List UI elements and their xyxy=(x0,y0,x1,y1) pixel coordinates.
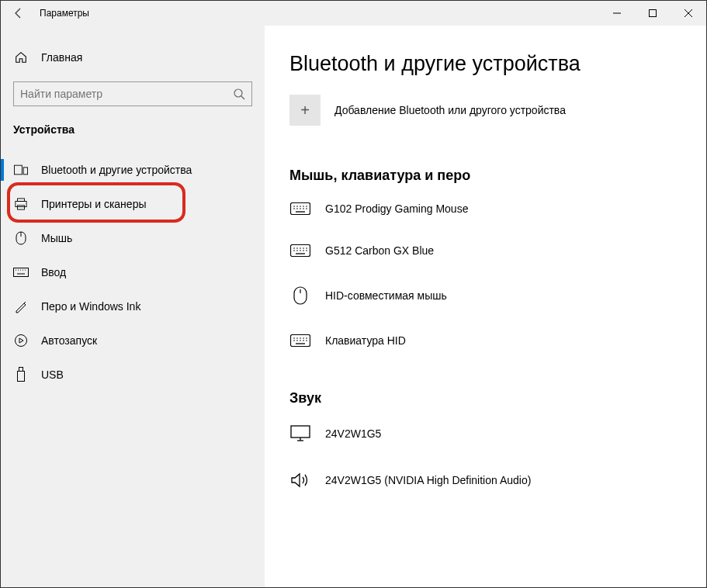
sidebar-item-label: Bluetooth и другие устройства xyxy=(41,164,192,176)
svg-point-42 xyxy=(293,250,295,251)
device-label: 24V2W1G5 xyxy=(325,427,381,440)
svg-rect-62 xyxy=(291,426,310,438)
sidebar-item-bluetooth[interactable]: Bluetooth и другие устройства xyxy=(1,153,265,187)
svg-rect-1 xyxy=(650,10,657,17)
window-title: Параметры xyxy=(40,8,89,19)
svg-point-26 xyxy=(296,206,298,207)
svg-rect-22 xyxy=(19,368,23,372)
sidebar-item-usb[interactable]: USB xyxy=(1,358,265,392)
svg-point-45 xyxy=(303,250,304,251)
section-heading: Звук xyxy=(289,390,675,406)
svg-point-44 xyxy=(300,250,301,251)
device-item[interactable]: Клавиатура HID xyxy=(289,327,675,368)
speaker-icon xyxy=(289,472,311,489)
svg-rect-10 xyxy=(18,206,25,209)
devices-icon xyxy=(13,164,29,175)
keyboard-icon xyxy=(289,244,311,257)
main-content: Bluetooth и другие устройства + Добавлен… xyxy=(265,26,706,587)
sidebar-item-label: USB xyxy=(41,368,64,381)
back-button[interactable] xyxy=(1,1,36,26)
svg-point-25 xyxy=(293,206,295,207)
mouse-icon xyxy=(13,231,29,245)
svg-point-41 xyxy=(306,247,307,249)
svg-rect-9 xyxy=(16,201,26,206)
svg-point-57 xyxy=(296,340,298,341)
device-label: 24V2W1G5 (NVIDIA High Definition Audio) xyxy=(325,474,531,486)
home-label: Главная xyxy=(41,51,82,64)
search-icon xyxy=(233,88,245,100)
svg-point-34 xyxy=(306,208,307,209)
svg-point-60 xyxy=(306,340,307,341)
autoplay-icon xyxy=(13,334,29,348)
svg-point-46 xyxy=(306,250,307,251)
sidebar-item-label: Ввод xyxy=(41,266,66,278)
device-label: G102 Prodigy Gaming Mouse xyxy=(325,202,468,215)
sidebar-item-label: Перо и Windows Ink xyxy=(41,300,140,313)
svg-point-31 xyxy=(296,208,298,209)
svg-point-30 xyxy=(293,208,295,209)
svg-rect-13 xyxy=(14,268,29,277)
minimize-button[interactable] xyxy=(599,1,635,26)
sidebar-item-label: Мышь xyxy=(41,232,72,244)
category-heading: Устройства xyxy=(1,120,265,153)
maximize-button[interactable] xyxy=(635,1,671,26)
mouse-icon xyxy=(289,286,311,305)
svg-point-33 xyxy=(303,208,304,209)
plus-icon: + xyxy=(289,95,321,126)
device-item[interactable]: 24V2W1G5 xyxy=(289,417,675,464)
device-label: Клавиатура HID xyxy=(325,334,406,347)
sidebar: Главная Устройства Bluetooth и другие ус… xyxy=(1,26,265,587)
close-button[interactable] xyxy=(671,1,706,26)
keyboard-icon xyxy=(289,202,311,215)
sidebar-item-label: Принтеры и сканеры xyxy=(41,198,146,210)
svg-point-56 xyxy=(293,340,295,341)
device-item[interactable]: 24V2W1G5 (NVIDIA High Definition Audio) xyxy=(289,464,675,510)
pen-icon xyxy=(13,299,29,313)
svg-point-38 xyxy=(296,247,298,249)
keyboard-icon xyxy=(13,268,29,277)
svg-point-39 xyxy=(300,247,301,249)
sidebar-item-printers[interactable]: Принтеры и сканеры xyxy=(1,187,265,221)
svg-line-20 xyxy=(24,302,26,303)
add-device-button[interactable]: + Добавление Bluetooth или другого устро… xyxy=(289,95,675,126)
svg-point-28 xyxy=(303,206,304,207)
search-input[interactable] xyxy=(20,88,233,100)
svg-point-55 xyxy=(306,337,307,339)
search-box[interactable] xyxy=(13,81,252,106)
svg-point-53 xyxy=(300,337,301,339)
printer-icon xyxy=(13,198,29,210)
sidebar-item-mouse[interactable]: Мышь xyxy=(1,221,265,255)
titlebar: Параметры xyxy=(1,1,706,26)
sidebar-item-pen[interactable]: Перо и Windows Ink xyxy=(1,289,265,323)
svg-rect-7 xyxy=(23,168,27,175)
svg-point-54 xyxy=(303,337,304,339)
svg-point-59 xyxy=(303,340,304,341)
svg-point-40 xyxy=(303,247,304,249)
sidebar-item-input[interactable]: Ввод xyxy=(1,255,265,289)
sidebar-item-autoplay[interactable]: Автозапуск xyxy=(1,323,265,358)
device-item[interactable]: G512 Carbon GX Blue xyxy=(289,237,675,278)
add-device-label: Добавление Bluetooth или другого устройс… xyxy=(334,104,566,116)
device-label: G512 Carbon GX Blue xyxy=(325,244,434,257)
device-item[interactable]: G102 Prodigy Gaming Mouse xyxy=(289,195,675,237)
svg-point-52 xyxy=(296,337,298,339)
svg-point-4 xyxy=(234,89,242,97)
home-link[interactable]: Главная xyxy=(1,44,265,71)
svg-point-43 xyxy=(296,250,298,251)
home-icon xyxy=(13,50,29,64)
svg-point-27 xyxy=(300,206,301,207)
sidebar-item-label: Автозапуск xyxy=(41,334,97,347)
device-label: HID-совместимая мышь xyxy=(325,289,447,302)
svg-rect-6 xyxy=(14,165,22,175)
keyboard-icon xyxy=(289,334,311,347)
svg-point-51 xyxy=(293,337,295,339)
page-title: Bluetooth и другие устройства xyxy=(289,52,675,76)
svg-point-58 xyxy=(300,340,301,341)
svg-point-32 xyxy=(300,208,301,209)
device-item[interactable]: HID-совместимая мышь xyxy=(289,278,675,327)
svg-rect-8 xyxy=(18,199,25,202)
usb-icon xyxy=(13,367,29,382)
svg-rect-23 xyxy=(18,372,25,382)
svg-point-29 xyxy=(306,206,307,207)
svg-line-5 xyxy=(241,96,244,99)
